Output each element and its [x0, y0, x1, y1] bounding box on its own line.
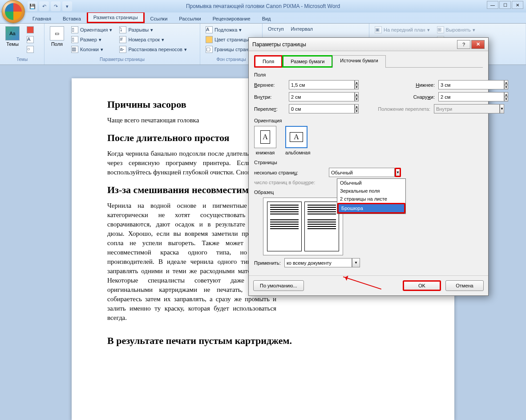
ribbon-tabs: Главная Вставка Разметка страницы Ссылки… [0, 12, 526, 23]
group-themes: Темы [4, 57, 40, 65]
dialog-titlebar[interactable]: Параметры страницы ? ✕ [249, 38, 488, 51]
outside-label: Снаружи: [395, 94, 435, 100]
option-normal[interactable]: Обычный [337, 179, 405, 187]
pages-group-label: Страницы [254, 160, 483, 165]
size-button[interactable]: ▯Размер▾ [69, 35, 114, 44]
heading: В результате печати пустым картриджем. [107, 335, 419, 347]
dialog-tab-paper-source[interactable]: Источник бумаги [332, 55, 385, 68]
indent-label: Отступ [266, 25, 286, 32]
breaks-button[interactable]: ⤵Разрывы▾ [117, 25, 188, 34]
multiple-pages-dropdown: Обычный Зеркальные поля 2 страницы на ли… [337, 178, 406, 214]
tab-mailings[interactable]: Рассылки [173, 14, 206, 23]
spacing-label: Интервал [289, 25, 315, 32]
window-title: Промывка печатающей головки Canon PIXMA … [186, 3, 340, 9]
gutter-pos-label: Положение переплета: [368, 106, 430, 112]
inside-label: Внутри: [254, 94, 285, 100]
dialog-tab-paper-size[interactable]: Размер бумаги [282, 55, 333, 68]
default-button[interactable]: По умолчанию... [253, 280, 304, 291]
preview-area [263, 198, 343, 255]
spin-up-icon[interactable]: ▲ [355, 80, 359, 85]
quick-access-toolbar: 💾 ↶ ↷ ▾ [28, 0, 72, 12]
outside-input[interactable] [438, 92, 504, 101]
hyphenation-button[interactable]: a-Расстановка переносов▾ [117, 45, 188, 54]
titlebar: 💾 ↶ ↷ ▾ Промывка печатающей головки Cano… [0, 0, 526, 12]
gutter-label: Переплет: [254, 106, 285, 112]
orientation-button[interactable]: ▯Ориентация▾ [69, 25, 114, 34]
theme-effects-icon[interactable]: ○ [25, 45, 36, 54]
close-button[interactable]: ✕ [512, 1, 523, 9]
multiple-pages-combo[interactable] [329, 168, 395, 177]
watermark-button[interactable]: AПодложка▾ [204, 25, 255, 34]
minimize-button[interactable]: — [487, 1, 498, 9]
dialog-help-button[interactable]: ? [457, 40, 470, 49]
office-button[interactable] [2, 0, 25, 23]
columns-button[interactable]: ▥Колонки▾ [69, 45, 114, 54]
spin-down-icon[interactable]: ▼ [355, 85, 359, 90]
top-label: Верхнее: [254, 82, 285, 88]
multiple-pages-label: несколько страниц: [254, 170, 325, 175]
gutter-input[interactable] [289, 104, 355, 113]
cancel-button[interactable]: Отмена [445, 280, 484, 291]
inside-input[interactable] [289, 92, 355, 101]
themes-button[interactable]: AaТемы [4, 25, 21, 57]
tab-review[interactable]: Рецензирование [207, 14, 256, 23]
page-borders-button[interactable]: ▢Границы страниц [204, 45, 255, 54]
ok-button[interactable]: OK [403, 280, 441, 291]
option-two-pages[interactable]: 2 страницы на листе [337, 195, 405, 203]
portrait-option[interactable]: A книжная [254, 126, 276, 155]
dialog-close-button[interactable]: ✕ [471, 40, 485, 49]
bring-front-button[interactable]: ▣На передний план▾ [373, 25, 432, 34]
redo-icon[interactable]: ↷ [51, 1, 61, 11]
tab-references[interactable]: Ссылки [145, 14, 174, 23]
dialog-title: Параметры страницы [252, 41, 306, 48]
landscape-option[interactable]: A альбомная [285, 126, 310, 155]
option-mirror[interactable]: Зеркальные поля [337, 187, 405, 195]
margins-group-label: Поля [254, 72, 483, 77]
bottom-input[interactable] [438, 80, 504, 89]
sheets-label: число страниц в брошюре: [254, 180, 325, 185]
top-input[interactable] [289, 80, 355, 89]
orientation-group-label: Ориентация [254, 118, 483, 123]
multiple-pages-dropdown-button[interactable]: ▼ [395, 168, 401, 177]
apply-to-combo[interactable] [284, 258, 352, 267]
page-color-button[interactable]: Цвет страницы [204, 35, 255, 44]
apply-to-label: Применить: [254, 260, 281, 266]
maximize-button[interactable]: ☐ [499, 1, 511, 9]
page-setup-dialog: Параметры страницы ? ✕ Поля Размер бумаг… [248, 37, 489, 296]
line-numbers-button[interactable]: #Номера строк▾ [117, 35, 188, 44]
tab-home[interactable]: Главная [27, 14, 57, 23]
tab-page-layout[interactable]: Разметка страницы [87, 12, 145, 23]
margins-button[interactable]: ▭Поля [48, 25, 66, 57]
dialog-tab-margins[interactable]: Поля [254, 55, 283, 68]
group-page-setup: Параметры страницы [48, 57, 196, 65]
align-button[interactable]: ⊞Выровнять▾ [435, 25, 479, 34]
qat-more-icon[interactable]: ▾ [62, 1, 72, 11]
tab-view[interactable]: Вид [256, 14, 277, 23]
theme-colors-icon[interactable] [25, 25, 36, 34]
bottom-label: Нижнее: [395, 82, 435, 88]
undo-icon[interactable]: ↶ [39, 1, 49, 11]
theme-fonts-icon[interactable]: A [25, 35, 36, 44]
save-icon[interactable]: 💾 [28, 1, 37, 11]
option-booklet[interactable]: Брошюра [337, 203, 405, 214]
gutter-pos-combo [434, 104, 500, 113]
tab-insert[interactable]: Вставка [57, 14, 87, 23]
